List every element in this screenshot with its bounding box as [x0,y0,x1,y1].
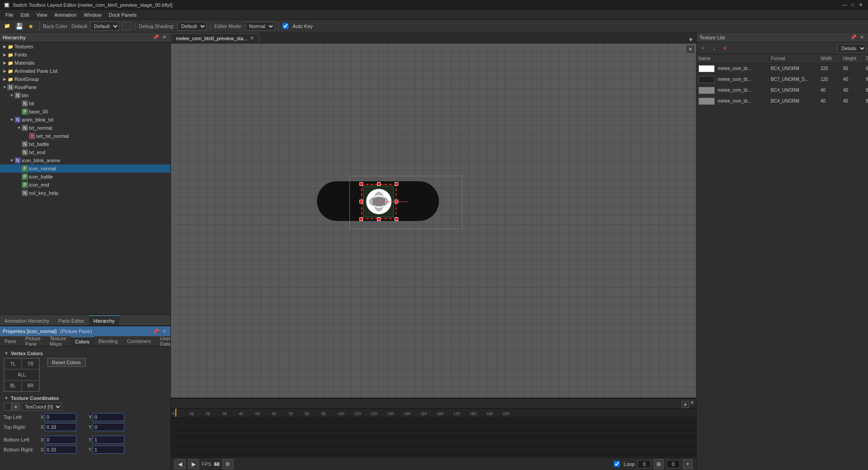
top-left-x-input[interactable] [45,413,76,421]
top-right-x-input[interactable] [45,423,76,431]
tree-item-rootpane[interactable]: ▼ N RootPane [0,83,170,91]
menu-file[interactable]: File [2,11,17,19]
tree-item-icon-end[interactable]: P icon_end [0,181,170,189]
toggle-anim-blink[interactable]: ▼ [9,117,14,122]
handle-br[interactable] [395,217,398,221]
tree-item-base00[interactable]: P base_00 [0,108,170,116]
tex-import-button[interactable]: ↓ [709,44,718,53]
menu-animation[interactable]: Animation [51,11,80,19]
editor-tab-close[interactable]: ✕ [250,35,254,41]
frame-number-input[interactable] [666,460,680,468]
canvas-area[interactable]: ✕ [171,43,696,398]
handle-bl[interactable] [359,217,363,221]
props-pin-button[interactable]: 📌 [152,328,160,335]
toggle-rootpane[interactable]: ▼ [2,85,7,90]
editor-mode-select[interactable]: Normal [245,22,275,31]
tree-item-set-txt-normal[interactable]: T set_txt_normal [0,132,170,140]
toggle-txt-end[interactable] [16,150,22,155]
auto-key-checkbox[interactable] [283,23,288,29]
handle-bm[interactable] [377,217,381,221]
tex-coord-select[interactable]: TexCoord [0] [22,403,62,411]
texture-row-2[interactable]: melee_com_bt... BC7_UNORM_S... 120 40 9.… [697,74,868,85]
hierarchy-pin-button[interactable]: 📌 [152,34,160,41]
handle-tl[interactable] [359,182,363,186]
tab-pane[interactable]: Pane [0,337,21,346]
tex-detail-select[interactable]: Details [837,44,866,53]
tab-parts-editor[interactable]: Parts Editor [54,315,89,325]
maximize-button[interactable]: □ [849,2,856,8]
minimize-button[interactable]: — [841,2,848,8]
toggle-fonts[interactable]: ▶ [2,52,7,57]
handle-ml[interactable] [359,200,363,203]
toggle-set-txt[interactable] [24,133,29,139]
vc-all[interactable]: ALL [4,369,39,380]
top-right-y-input[interactable] [93,423,124,431]
tab-texture-maps[interactable]: Texture Maps [45,337,71,346]
props-close-button[interactable]: ✕ [160,328,168,335]
toggle-icon-end[interactable] [16,182,22,188]
timeline-add-button[interactable]: + [683,459,693,469]
open-icon[interactable]: 📁 [3,22,12,31]
loop-value-input[interactable] [637,460,651,468]
bottom-right-y-input[interactable] [93,446,124,454]
bottom-left-y-input[interactable] [93,436,124,444]
play-forward-button[interactable]: ▶ [188,459,199,469]
canvas-close-button[interactable]: ✕ [686,45,694,53]
texture-list-pin-button[interactable]: 📌 [850,34,857,41]
play-back-button[interactable]: ◀ [175,459,185,469]
timeline-close-button[interactable]: ✕ [690,400,694,406]
tab-picture-pane[interactable]: Picture Pane [21,337,45,346]
toggle-rootgroup[interactable]: ▶ [2,76,7,82]
texture-row-3[interactable]: melee_com_bt... BC4_UNORM 40 40 800 byte… [697,85,868,96]
tab-blending[interactable]: Blending [94,337,123,346]
vc-tr[interactable]: TR [22,358,39,369]
toggle-icon-normal[interactable] [16,166,22,171]
tex-add-button[interactable]: + [698,44,708,53]
timeline-settings-button[interactable]: ⚙ [222,459,233,469]
toggle-textures[interactable]: ▶ [2,44,7,49]
tree-item-animated-pane-list[interactable]: ▶ 📁 Animated Pane List [0,67,170,75]
tree-item-nul-key-help[interactable]: N nul_key_help [0,189,170,197]
bottom-right-x-input[interactable] [45,446,76,454]
toggle-txt-battle[interactable] [16,141,22,147]
tex-coord-add-button[interactable]: + [12,403,20,411]
vc-br[interactable]: BR [22,381,39,391]
vertex-colors-section-header[interactable]: ▼ Vertex Colors [4,351,167,356]
tree-item-textures[interactable]: ▶ 📁 Textures [0,42,170,51]
save-icon[interactable]: 💾 [14,22,24,31]
toggle-icon-blink[interactable]: ▼ [9,158,14,163]
menu-dock-panels[interactable]: Dock Panels [105,11,140,19]
timeline-scroll-indicator[interactable]: ▼ [682,401,689,408]
texture-row-4[interactable]: melee_com_bt... BC4_UNORM 40 40 800 byte… [697,96,868,107]
texture-list-close-button[interactable]: ✕ [858,34,865,41]
loop-checkbox[interactable] [614,461,620,467]
tab-combiners[interactable]: Combiners [123,337,156,346]
handle-tm[interactable] [377,182,381,186]
tree-item-btn[interactable]: ▼ N btn [0,91,170,99]
playhead[interactable] [175,409,176,417]
back-color-select[interactable]: Default [90,22,119,31]
tree-item-icon-blink-anime[interactable]: ▼ N icon_blink_anime [0,156,170,164]
vc-tl[interactable]: TL [4,358,22,369]
toggle-base00[interactable] [16,109,22,114]
menu-edit[interactable]: Edit [17,11,33,19]
menu-view[interactable]: View [33,11,51,19]
toggle-materials[interactable]: ▶ [2,60,7,66]
timeline-expand-button[interactable]: ⊞ [654,459,664,469]
reset-colors-button[interactable]: Reset Colors [47,358,86,367]
tree-item-txt-battle[interactable]: N txt_battle [0,140,170,148]
toggle-icon-battle[interactable] [16,174,22,179]
toggle-animated-pane[interactable]: ▶ [2,68,7,74]
close-button[interactable]: ✕ [857,2,864,8]
tree-item-txt-end[interactable]: N txt_end [0,148,170,156]
toggle-txt-normal[interactable]: ▼ [16,125,22,131]
hierarchy-close-button[interactable]: ✕ [160,34,168,41]
toggle-hit[interactable] [16,101,22,106]
tab-animation-hierarchy[interactable]: Animation Hierarchy [0,315,54,325]
handle-tr[interactable] [395,182,398,186]
top-left-y-input[interactable] [93,413,124,421]
tex-coord-index-input[interactable] [4,403,12,411]
tree-item-materials[interactable]: ▶ 📁 Materials [0,59,170,67]
tab-hierarchy[interactable]: Hierarchy [89,315,119,325]
editor-tab-dropdown[interactable]: ▼ [686,37,695,43]
